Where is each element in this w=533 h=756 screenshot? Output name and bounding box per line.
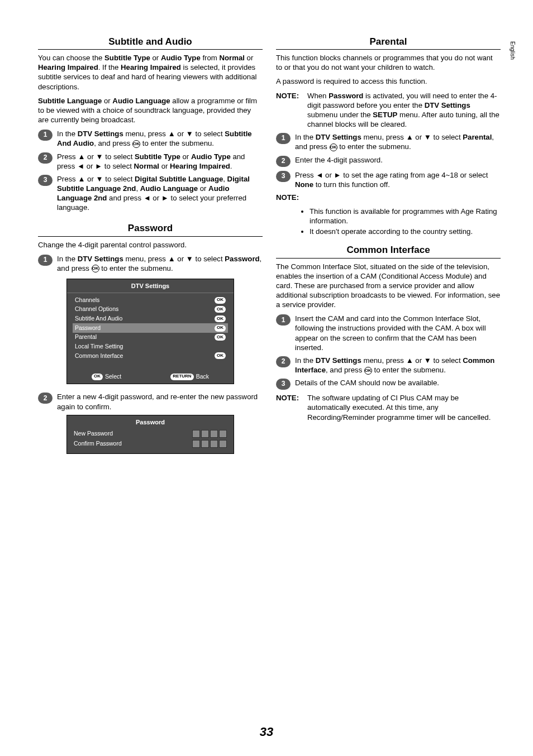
osd-row-label: Subtitle And Audio [75,315,122,323]
subtitle-audio-heading: Subtitle and Audio [38,36,263,50]
paragraph: Subtitle Language or Audio Language allo… [38,96,263,125]
language-tab: English [508,39,517,62]
ok-pill: OK [215,306,226,313]
paragraph: The Common Interface Slot, situated on t… [276,262,501,310]
step-badge: 1 [276,133,291,144]
step-badge: 2 [38,393,53,404]
confirm-password-label: Confirm Password [74,440,187,448]
osd-row-label: Channels [75,296,99,304]
osd-back-label: Back [196,373,209,381]
paragraph: You can choose the Subtitle Type or Audi… [38,53,263,92]
paragraph: Change the 4-digit parental control pass… [38,240,263,250]
step-badge: 3 [276,171,291,182]
step-3: 3 Press ◄ or ► to set the age rating fro… [276,170,501,189]
osd-row-label: Password [75,324,101,332]
page-number: 33 [0,724,533,740]
note-item: It doesn't operate according to the coun… [310,227,501,236]
dtv-settings-menu: DTV Settings ChannelsOKChannel OptionsOK… [66,279,234,384]
step-3: 3 Press ▲ or ▼ to select Digital Subtitl… [38,174,263,213]
ok-icon: OK [92,265,99,272]
osd-row: ParentalOK [73,333,228,342]
step-2: 2 Press ▲ or ▼ to select Subtitle Type o… [38,152,263,171]
ok-pill: OK [92,374,103,380]
step-badge: 3 [38,175,53,186]
return-pill: RETURN [170,374,193,380]
ok-pill: OK [215,352,226,359]
osd-title: DTV Settings [67,279,234,293]
step-1: 1 Insert the CAM and card into the Commo… [276,314,501,352]
note-list: This function is available for programme… [276,207,501,236]
right-column: Parental This function blocks channels o… [276,34,501,454]
step-2: 2 Enter a new 4-digit password, and re-e… [38,392,263,411]
step-2: 2 Enter the 4-digit password. [276,155,501,167]
ok-pill: OK [215,334,226,341]
step-badge: 1 [276,314,291,326]
paragraph: This function blocks channels or program… [276,53,501,72]
step-badge: 3 [276,379,291,390]
common-interface-heading: Common Interface [276,244,501,258]
new-password-label: New Password [74,430,187,438]
step-badge: 1 [38,130,53,141]
password-heading: Password [38,222,263,236]
step-1: 1 In the DTV Settings menu, press ▲ or ▼… [276,132,501,151]
osd-row: Local Time Setting [73,342,228,352]
step-badge: 2 [276,156,291,167]
paragraph: A password is required to access this fu… [276,76,501,86]
step-badge: 2 [276,356,291,367]
ok-icon: OK [364,367,372,375]
note-label: NOTE: [276,193,501,202]
ok-pill: OK [215,315,226,322]
osd-row-label: Local Time Setting [75,343,123,351]
ok-icon: OK [330,143,337,151]
osd-row-label: Channel Options [75,305,118,313]
note-item: This function is available for programme… [310,207,501,226]
left-column: Subtitle and Audio You can choose the Su… [38,34,263,454]
ok-pill: OK [215,297,226,304]
step-badge: 2 [38,152,53,164]
osd-row: PasswordOK [73,323,228,333]
step-badge: 1 [38,255,53,266]
step-1: 1 In the DTV Settings menu, press ▲ or ▼… [38,254,263,273]
osd-select-label: Select [105,373,121,381]
osd-row: Common InterfaceOK [73,351,228,361]
osd-row-label: Common Interface [75,352,123,360]
parental-heading: Parental [276,36,501,50]
ok-icon: OK [132,140,140,148]
osd-row: Channel OptionsOK [73,305,228,314]
osd-row: Subtitle And AudioOK [73,314,228,324]
osd-row-label: Parental [75,333,97,341]
step-1: 1 In the DTV Settings menu, press ▲ or ▼… [38,129,263,148]
step-2: 2 In the DTV Settings menu, press ▲ or ▼… [276,356,501,375]
password-dialog-title: Password [67,415,234,429]
ok-pill: OK [215,325,226,332]
note-block: NOTE: The software updating of CI Plus C… [276,393,501,422]
osd-row: ChannelsOK [73,295,228,305]
note-block: NOTE: When Password is activated, you wi… [276,91,501,130]
password-dialog: Password New Password Confirm Password [66,415,234,454]
step-3: 3 Details of the CAM should now be avail… [276,378,501,390]
